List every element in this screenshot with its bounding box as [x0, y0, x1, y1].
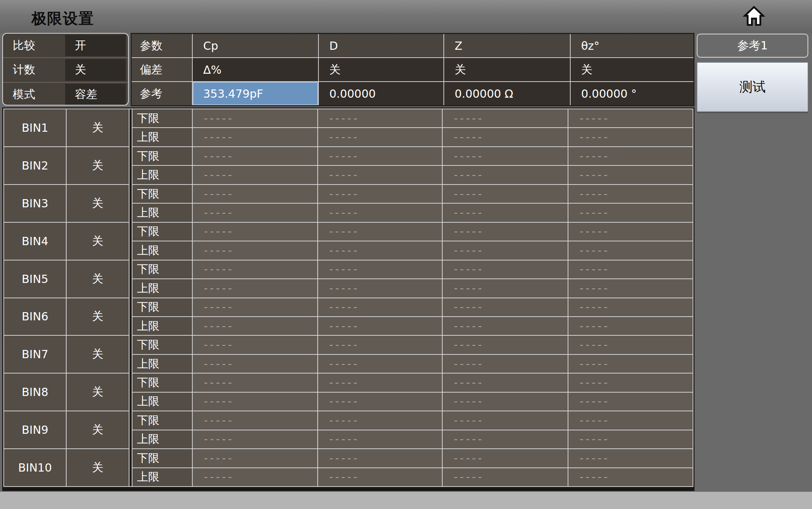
limit-value-cell[interactable]: -----: [318, 223, 442, 241]
test-button[interactable]: 测试: [697, 62, 808, 112]
bin-state-toggle[interactable]: 关: [67, 185, 129, 222]
limit-value-cell[interactable]: -----: [568, 147, 693, 165]
limit-value-cell[interactable]: -----: [318, 336, 442, 354]
limit-value-cell[interactable]: -----: [318, 241, 442, 259]
bin-state-toggle[interactable]: 关: [67, 109, 129, 146]
limit-value-cell[interactable]: -----: [318, 298, 442, 316]
limit-value-cell[interactable]: -----: [193, 204, 317, 222]
limit-value-cell[interactable]: -----: [318, 204, 442, 222]
limit-value-cell[interactable]: -----: [318, 260, 442, 278]
bin-state-toggle[interactable]: 关: [67, 298, 129, 335]
limit-value-cell[interactable]: -----: [193, 449, 317, 467]
limit-value-cell[interactable]: -----: [318, 355, 442, 373]
param-header-theta[interactable]: θz°: [571, 34, 693, 57]
limit-value-cell[interactable]: -----: [443, 147, 568, 165]
limit-value-cell[interactable]: -----: [193, 185, 317, 203]
limit-value-cell[interactable]: -----: [443, 128, 568, 146]
reference-cell-z[interactable]: 0.00000 Ω: [444, 82, 570, 105]
bin-state-toggle[interactable]: 关: [67, 449, 129, 486]
bin-state-toggle[interactable]: 关: [67, 336, 129, 373]
bin-state-toggle[interactable]: 关: [67, 411, 129, 448]
limit-value-cell[interactable]: -----: [193, 147, 317, 165]
bin-state-toggle[interactable]: 关: [67, 223, 129, 260]
limit-value-cell[interactable]: -----: [568, 449, 693, 467]
home-icon[interactable]: [743, 5, 765, 28]
limit-value-cell[interactable]: -----: [443, 109, 568, 127]
limit-value-cell[interactable]: -----: [318, 468, 442, 486]
limit-value-cell[interactable]: -----: [568, 223, 693, 241]
limit-value-cell[interactable]: -----: [568, 128, 693, 146]
deviation-cell-d[interactable]: 关: [319, 58, 443, 81]
limit-value-cell[interactable]: -----: [443, 223, 568, 241]
param-header-cp[interactable]: Cp: [193, 34, 318, 57]
limit-value-cell[interactable]: -----: [318, 317, 442, 335]
limit-value-cell[interactable]: -----: [443, 260, 568, 278]
limit-value-cell[interactable]: -----: [568, 298, 693, 316]
limit-value-cell[interactable]: -----: [318, 393, 442, 411]
limit-value-cell[interactable]: -----: [443, 355, 568, 373]
limit-value-cell[interactable]: -----: [318, 185, 442, 203]
limit-value-cell[interactable]: -----: [443, 430, 568, 448]
limit-value-cell[interactable]: -----: [568, 109, 693, 127]
limit-value-cell[interactable]: -----: [318, 411, 442, 429]
limit-value-cell[interactable]: -----: [318, 374, 442, 391]
limit-value-cell[interactable]: -----: [568, 185, 693, 203]
limit-value-cell[interactable]: -----: [318, 279, 442, 297]
limit-value-cell[interactable]: -----: [443, 185, 568, 203]
reference-cell-theta[interactable]: 0.00000 °: [571, 82, 693, 105]
limit-value-cell[interactable]: -----: [443, 468, 568, 486]
limit-value-cell[interactable]: -----: [193, 109, 317, 127]
bin-state-toggle[interactable]: 关: [67, 374, 129, 411]
param-header-z[interactable]: Z: [444, 34, 570, 57]
limit-value-cell[interactable]: -----: [443, 449, 568, 467]
reference-cell-d[interactable]: 0.00000: [319, 82, 443, 105]
limit-value-cell[interactable]: -----: [568, 317, 693, 335]
param-header-d[interactable]: D: [319, 34, 443, 57]
limit-value-cell[interactable]: -----: [193, 166, 317, 184]
limit-value-cell[interactable]: -----: [193, 430, 317, 448]
limit-value-cell[interactable]: -----: [568, 241, 693, 259]
limit-value-cell[interactable]: -----: [443, 411, 568, 429]
limit-value-cell[interactable]: -----: [193, 355, 317, 373]
limit-value-cell[interactable]: -----: [568, 411, 693, 429]
limit-value-cell[interactable]: -----: [568, 204, 693, 222]
limit-value-cell[interactable]: -----: [568, 355, 693, 373]
limit-value-cell[interactable]: -----: [318, 430, 442, 448]
limit-value-cell[interactable]: -----: [193, 260, 317, 278]
limit-value-cell[interactable]: -----: [193, 468, 317, 486]
limit-value-cell[interactable]: -----: [443, 298, 568, 316]
limit-value-cell[interactable]: -----: [193, 317, 317, 335]
limit-value-cell[interactable]: -----: [443, 204, 568, 222]
limit-value-cell[interactable]: -----: [193, 298, 317, 316]
limit-value-cell[interactable]: -----: [568, 430, 693, 448]
limit-value-cell[interactable]: -----: [568, 468, 693, 486]
limit-value-cell[interactable]: -----: [318, 128, 442, 146]
limit-value-cell[interactable]: -----: [568, 260, 693, 278]
limit-value-cell[interactable]: -----: [193, 336, 317, 354]
reference-cell-cp-selected[interactable]: 353.479pF: [193, 82, 318, 105]
limit-value-cell[interactable]: -----: [318, 147, 442, 165]
limit-value-cell[interactable]: -----: [318, 109, 442, 127]
limit-value-cell[interactable]: -----: [443, 166, 568, 184]
limit-value-cell[interactable]: -----: [443, 279, 568, 297]
limit-value-cell[interactable]: -----: [443, 374, 568, 391]
deviation-cell-theta[interactable]: 关: [571, 58, 693, 81]
bin-state-toggle[interactable]: 关: [67, 147, 129, 184]
deviation-cell-z[interactable]: 关: [444, 58, 570, 81]
bin-state-toggle[interactable]: 关: [67, 260, 129, 298]
limit-value-cell[interactable]: -----: [568, 374, 693, 391]
limit-value-cell[interactable]: -----: [193, 241, 317, 259]
limit-value-cell[interactable]: -----: [443, 317, 568, 335]
reference-1-badge[interactable]: 参考1: [697, 34, 808, 58]
limit-value-cell[interactable]: -----: [568, 279, 693, 297]
limit-value-cell[interactable]: -----: [443, 336, 568, 354]
limit-value-cell[interactable]: -----: [568, 393, 693, 411]
limit-value-cell[interactable]: -----: [193, 393, 317, 411]
limit-value-cell[interactable]: -----: [568, 336, 693, 354]
compare-toggle[interactable]: 开: [65, 35, 126, 56]
limit-value-cell[interactable]: -----: [193, 223, 317, 241]
limit-value-cell[interactable]: -----: [193, 279, 317, 297]
limit-value-cell[interactable]: -----: [193, 128, 317, 146]
count-toggle[interactable]: 关: [65, 59, 126, 80]
limit-value-cell[interactable]: -----: [193, 374, 317, 391]
